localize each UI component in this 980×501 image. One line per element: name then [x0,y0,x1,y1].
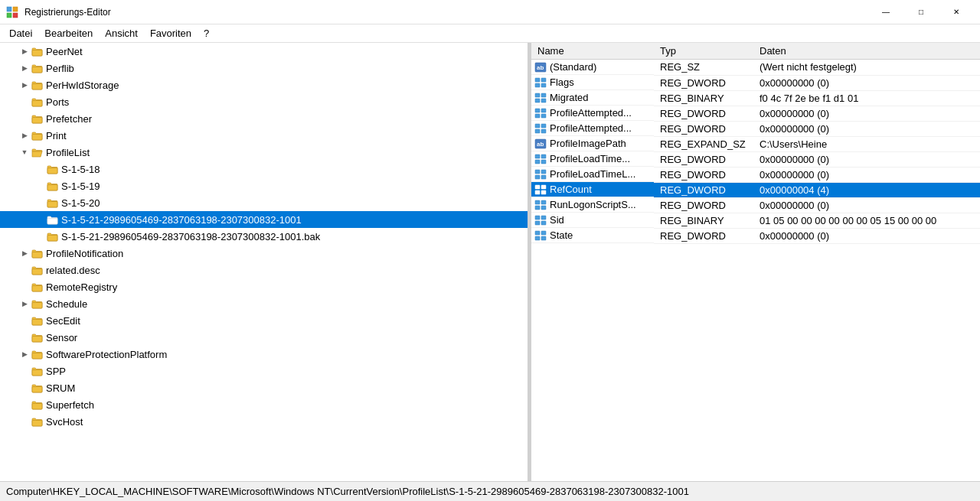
expand-icon[interactable]: ▶ [18,298,31,310]
expand-icon[interactable]: ▶ [18,348,31,360]
reg-type-icon: ab [534,62,547,73]
menu-ansicht[interactable]: Ansicht [99,26,144,41]
reg-type-icon [534,215,547,226]
tree-item-Perflib[interactable]: ▶ Perflib [0,60,528,76]
value-type-cell: REG_DWORD [654,182,753,197]
svg-rect-58 [535,200,540,204]
menu-bearbeiten[interactable]: Bearbeiten [38,26,99,41]
expand-icon[interactable]: ▶ [18,62,31,74]
tree-item-label: SvcHost [46,416,83,428]
tree-item-ProfileList[interactable]: ▼ ProfileList [0,144,528,161]
table-row[interactable]: FlagsREG_DWORD0x00000000 (0) [531,75,980,90]
svg-rect-56 [535,190,540,194]
value-scroll[interactable]: Name Typ Daten ab (Standard)REG_SZ(Wert … [531,43,980,481]
reg-type-icon [534,108,547,119]
value-name: RefCount [550,184,592,195]
svg-rect-59 [541,200,546,204]
folder-icon [31,416,43,427]
tree-item-S-1-5-21-2989605469-2837063198-2307300832-1001[interactable]: S-1-5-21-2989605469-2837063198-230730083… [0,211,528,228]
tree-item-SoftwareProtectionPlatform[interactable]: ▶ SoftwareProtectionPlatform [0,346,528,363]
close-button[interactable]: ✕ [939,0,974,24]
folder-icon [31,298,43,309]
tree-item-Prefetcher[interactable]: Prefetcher [0,110,528,127]
tree-item-label: Prefetcher [46,113,92,125]
tree-item-SPP[interactable]: SPP [0,363,528,379]
tree-scroll[interactable]: ▶ PeerNet▶ Perflib▶ PerHwIdStorage Ports… [0,43,528,481]
expand-icon[interactable]: ▶ [18,129,31,142]
folder-icon [46,197,58,208]
expand-icon[interactable]: ▶ [18,79,31,91]
value-name: (Standard) [550,61,596,73]
table-row[interactable]: ProfileLoadTimeL...REG_DWORD0x00000000 (… [531,167,980,182]
folder-icon [46,231,58,242]
svg-rect-19 [32,319,42,325]
tree-item-PeerNet[interactable]: ▶ PeerNet [0,43,528,60]
tree-item-label: SoftwareProtectionPlatform [46,349,167,360]
minimize-button[interactable]: — [868,0,903,24]
title-bar: Registrierungs-Editor — □ ✕ [0,0,980,24]
tree-item-S-1-5-20[interactable]: S-1-5-20 [0,194,528,211]
value-data-cell: 0x00000000 (0) [753,197,980,213]
svg-rect-8 [32,117,42,123]
svg-rect-39 [541,114,546,118]
menu-favoriten[interactable]: Favoriten [144,26,198,41]
window-controls: — □ ✕ [868,0,974,24]
reg-type-icon [534,77,547,88]
col-header-type: Typ [654,43,753,60]
svg-rect-47 [541,155,546,158]
svg-rect-42 [535,129,540,133]
svg-rect-46 [535,155,540,158]
table-row[interactable]: ProfileAttempted...REG_DWORD0x00000000 (… [531,106,980,121]
table-row[interactable]: ProfileLoadTime...REG_DWORD0x00000000 (0… [531,151,980,167]
svg-rect-1 [13,7,18,11]
table-row[interactable]: ab ProfileImagePathREG_EXPAND_SZC:\Users… [531,136,980,151]
tree-item-ProfileNotification[interactable]: ▶ ProfileNotification [0,245,528,262]
tree-item-S-1-5-18[interactable]: S-1-5-18 [0,161,528,177]
value-name: RunLogonScriptS... [550,199,636,210]
expand-icon[interactable]: ▶ [18,247,31,259]
col-header-data: Daten [753,43,980,60]
tree-item-PerHwIdStorage[interactable]: ▶ PerHwIdStorage [0,76,528,93]
table-row[interactable]: StateREG_DWORD0x00000000 (0) [531,228,980,243]
value-data-cell: 0x00000000 (0) [753,106,980,121]
value-type-cell: REG_SZ [654,60,753,76]
table-row[interactable]: SidREG_BINARY01 05 00 00 00 00 00 00 05 … [531,213,980,228]
tree-item-Ports[interactable]: Ports [0,93,528,110]
tree-item-RemoteRegistry[interactable]: RemoteRegistry [0,278,528,295]
value-data-cell: 0x00000000 (0) [753,167,980,182]
svg-rect-62 [535,216,540,220]
svg-rect-21 [32,353,42,359]
tree-item-Sensor[interactable]: Sensor [0,329,528,346]
tree-item-S-1-5-21-2989605469-2837063198-2307300832-1001.bak[interactable]: S-1-5-21-2989605469-2837063198-230730083… [0,228,528,245]
value-name-cell: ab ProfileImagePath [531,136,654,151]
table-row[interactable]: MigratedREG_BINARYf0 4c 7f 2e be f1 d1 0… [531,90,980,106]
table-row[interactable]: RunLogonScriptS...REG_DWORD0x00000000 (0… [531,197,980,213]
collapse-icon[interactable]: ▼ [18,146,31,158]
tree-item-label: S-1-5-21-2989605469-2837063198-230730083… [61,231,320,242]
tree-item-SvcHost[interactable]: SvcHost [0,413,528,430]
maximize-button[interactable]: □ [903,0,939,24]
folder-icon [31,265,43,275]
table-row[interactable]: ProfileAttempted...REG_DWORD0x00000000 (… [531,121,980,136]
tree-item-label: Ports [46,96,69,108]
tree-item-SecEdit[interactable]: SecEdit [0,312,528,329]
tree-item-SRUM[interactable]: SRUM [0,379,528,396]
svg-rect-51 [541,170,546,174]
svg-rect-49 [541,160,546,164]
svg-rect-24 [32,403,42,409]
value-name: ProfileAttempted... [550,122,632,134]
expand-icon[interactable]: ▶ [18,45,31,57]
tree-item-Print[interactable]: ▶ Print [0,127,528,144]
tree-item-Schedule[interactable]: ▶ Schedule [0,295,528,312]
table-row[interactable]: RefCountREG_DWORD0x00000004 (4) [531,182,980,197]
menu-datei[interactable]: Datei [3,26,38,41]
table-row[interactable]: ab (Standard)REG_SZ(Wert nicht festgeleg… [531,60,980,76]
tree-item-Superfetch[interactable]: Superfetch [0,396,528,413]
svg-rect-12 [47,201,57,207]
tree-item-related.desc[interactable]: related.desc [0,262,528,278]
menu-help[interactable]: ? [198,26,215,41]
tree-item-S-1-5-19[interactable]: S-1-5-19 [0,177,528,194]
tree-item-label: S-1-5-21-2989605469-2837063198-230730083… [61,214,302,226]
tree-item-label: PerHwIdStorage [46,80,119,91]
svg-rect-52 [535,175,540,179]
